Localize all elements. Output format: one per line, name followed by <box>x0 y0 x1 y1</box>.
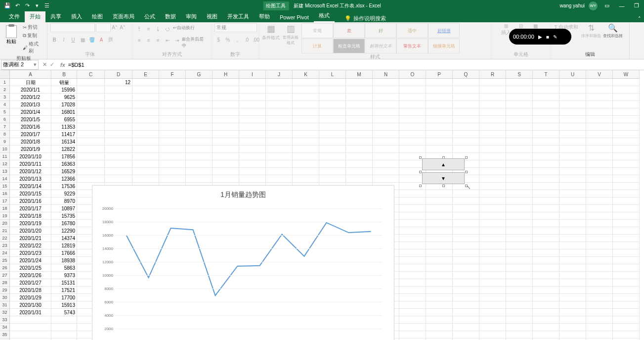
cell[interactable] <box>613 279 640 287</box>
cell[interactable] <box>479 116 506 123</box>
cell[interactable] <box>613 86 640 94</box>
cell[interactable] <box>586 212 613 220</box>
cell[interactable]: 17028 <box>51 101 77 108</box>
col-header-N[interactable]: N <box>373 70 399 78</box>
cell[interactable] <box>213 168 239 175</box>
cell[interactable] <box>426 146 453 153</box>
row-header[interactable]: 8 <box>0 131 10 138</box>
cell[interactable] <box>533 86 559 94</box>
find-select-button[interactable]: 🔍 查找和选择 <box>603 23 623 39</box>
cell[interactable] <box>586 287 613 294</box>
cell[interactable] <box>613 175 640 183</box>
cell[interactable] <box>453 301 479 309</box>
cell[interactable] <box>399 272 426 279</box>
col-header-R[interactable]: R <box>479 70 506 78</box>
cell[interactable] <box>613 153 640 160</box>
cell[interactable]: 2020/1/17 <box>10 205 51 212</box>
cell[interactable]: 17521 <box>51 287 77 294</box>
cell[interactable] <box>453 86 479 94</box>
cell[interactable] <box>586 249 613 257</box>
cell[interactable] <box>533 123 559 131</box>
cell[interactable] <box>613 324 640 331</box>
cell[interactable] <box>506 227 533 235</box>
style-check[interactable]: 检查单元格 <box>333 39 365 53</box>
cell[interactable] <box>239 160 266 168</box>
cell[interactable] <box>613 197 640 205</box>
cell[interactable] <box>293 146 319 153</box>
cell[interactable]: 日期 <box>10 79 51 86</box>
spinner-up-button[interactable]: ▲ <box>422 158 465 170</box>
cell[interactable]: 12290 <box>51 227 77 235</box>
tab-file[interactable]: 文件 <box>4 11 25 22</box>
increase-font-icon[interactable]: A˄ <box>111 23 119 31</box>
cell[interactable] <box>453 242 479 249</box>
cell[interactable] <box>105 175 132 183</box>
cell[interactable] <box>586 205 613 212</box>
cell[interactable] <box>586 101 613 108</box>
cell[interactable] <box>346 175 373 183</box>
save-icon[interactable]: 💾 <box>4 2 11 9</box>
cell[interactable] <box>132 116 159 123</box>
cell[interactable] <box>479 264 506 272</box>
cell[interactable] <box>51 316 77 324</box>
cell[interactable] <box>586 220 613 227</box>
cell[interactable] <box>239 175 266 183</box>
cell[interactable] <box>533 331 559 339</box>
cell[interactable] <box>239 138 266 146</box>
col-header-F[interactable]: F <box>159 70 186 78</box>
cell[interactable] <box>426 94 453 101</box>
cell[interactable] <box>159 108 186 116</box>
cell[interactable] <box>346 153 373 160</box>
cell[interactable] <box>479 197 506 205</box>
cell[interactable]: 2020/1/30 <box>10 301 51 309</box>
cell[interactable] <box>159 138 186 146</box>
cell[interactable] <box>399 116 426 123</box>
cell[interactable] <box>132 131 159 138</box>
cell[interactable] <box>77 146 105 153</box>
cell[interactable] <box>479 316 506 324</box>
cell[interactable] <box>239 123 266 131</box>
cell[interactable] <box>533 116 559 123</box>
cell[interactable] <box>293 175 319 183</box>
cell[interactable] <box>373 116 399 123</box>
cell[interactable] <box>105 123 132 131</box>
cell[interactable] <box>506 324 533 331</box>
cell[interactable] <box>559 146 586 153</box>
cell[interactable] <box>613 309 640 316</box>
cell[interactable] <box>105 86 132 94</box>
cell[interactable] <box>426 138 453 146</box>
cell[interactable] <box>239 146 266 153</box>
cell[interactable] <box>319 138 346 146</box>
tab-view[interactable]: 视图 <box>202 11 222 22</box>
cell[interactable] <box>319 160 346 168</box>
cell[interactable] <box>186 108 213 116</box>
cell[interactable] <box>77 79 105 86</box>
cell[interactable] <box>399 123 426 131</box>
cell[interactable]: 2020/1/21 <box>10 235 51 242</box>
cell[interactable]: 2020/1/4 <box>10 108 51 116</box>
tab-review[interactable]: 审阅 <box>181 11 202 22</box>
cell[interactable] <box>533 205 559 212</box>
row-header[interactable]: 5 <box>0 108 10 116</box>
cell[interactable] <box>533 153 559 160</box>
cell[interactable] <box>479 242 506 249</box>
cell[interactable] <box>479 227 506 235</box>
cell[interactable] <box>373 131 399 138</box>
cell[interactable] <box>586 301 613 309</box>
cell[interactable] <box>51 324 77 331</box>
cell[interactable] <box>453 316 479 324</box>
cell[interactable] <box>453 309 479 316</box>
cell[interactable] <box>373 153 399 160</box>
cell[interactable] <box>533 168 559 175</box>
format-painter-button[interactable]: 🖌格式刷 <box>22 40 44 55</box>
cell[interactable] <box>506 190 533 197</box>
spinner-form-control[interactable]: ▲ ▼ ⤡ <box>419 156 468 187</box>
cell[interactable]: 2020/1/25 <box>10 264 51 272</box>
cell[interactable] <box>213 175 239 183</box>
cell[interactable]: 17700 <box>51 294 77 301</box>
cell[interactable] <box>266 101 293 108</box>
cell[interactable] <box>559 287 586 294</box>
enter-formula-icon[interactable]: ✓ <box>50 61 54 68</box>
cell[interactable] <box>613 131 640 138</box>
cell[interactable] <box>105 101 132 108</box>
